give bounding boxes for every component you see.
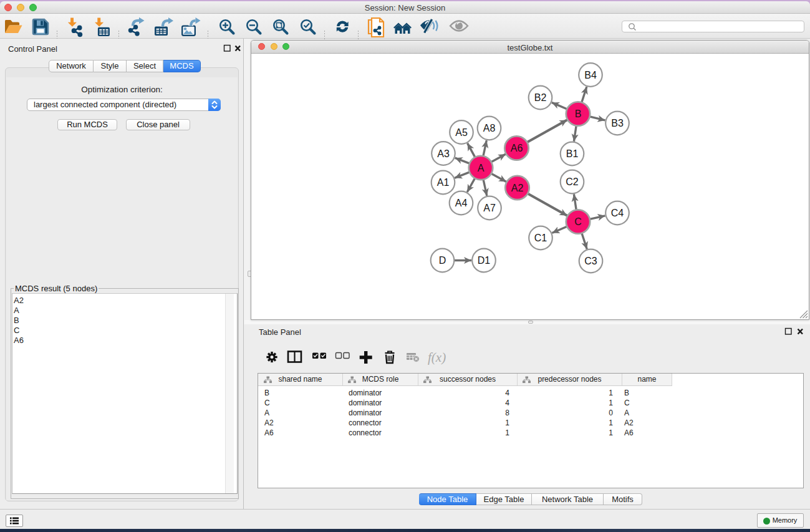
svg-text:C: C <box>574 216 582 227</box>
svg-text:C1: C1 <box>534 233 547 243</box>
svg-text:f(x): f(x) <box>428 350 446 365</box>
svg-text:B1: B1 <box>566 148 579 159</box>
svg-text:A5: A5 <box>455 127 468 138</box>
svg-text:A2: A2 <box>511 183 524 193</box>
svg-text:D: D <box>439 255 446 266</box>
svg-text:C2: C2 <box>566 177 579 187</box>
svg-text:B3: B3 <box>611 118 624 128</box>
svg-text:C4: C4 <box>611 208 624 218</box>
svg-text:A6: A6 <box>511 143 523 153</box>
svg-text:A4: A4 <box>455 198 468 208</box>
svg-text:A8: A8 <box>483 123 496 133</box>
svg-text:A: A <box>478 163 485 173</box>
svg-text:B4: B4 <box>584 70 597 80</box>
svg-text:A3: A3 <box>437 148 450 159</box>
svg-text:A7: A7 <box>483 203 496 213</box>
svg-text:B2: B2 <box>534 92 547 103</box>
svg-text:C3: C3 <box>584 256 597 266</box>
svg-text:A1: A1 <box>437 177 450 188</box>
svg-text:D1: D1 <box>478 255 491 266</box>
svg-text:B: B <box>575 109 582 119</box>
